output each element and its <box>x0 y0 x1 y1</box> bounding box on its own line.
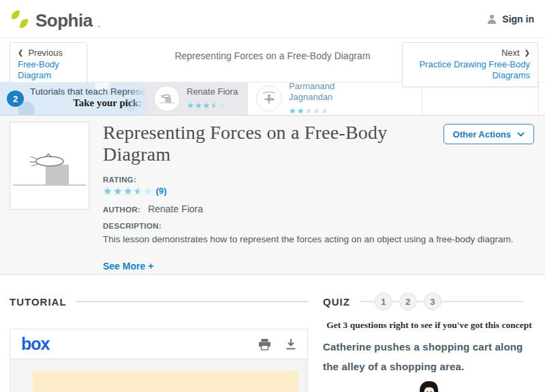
lesson-rating-stars: ★★★★★ ★★★★★ <box>103 186 154 196</box>
description-label: DESCRIPTION: <box>103 222 535 230</box>
tutorial-column: TUTORIAL box <box>10 293 308 392</box>
picker-tagline: Take your pick: <box>30 97 142 109</box>
next-lesson-title: Practice Drawing Free-Body Diagrams <box>410 59 530 82</box>
brand-mark: . <box>98 19 101 29</box>
quiz-step-1[interactable]: 1 <box>375 293 392 310</box>
lesson-description: This lesson demonstrates how to represen… <box>103 234 535 244</box>
quiz-tagline: Get 3 questions right to see if you've g… <box>323 320 535 331</box>
viewer-page-area <box>10 359 307 392</box>
tutorials-picker-bar: 2 Tutorials that teach Representin Take … <box>0 82 545 116</box>
rating-label: RATING: <box>103 176 535 184</box>
lower-content: TUTORIAL box <box>0 275 545 392</box>
sophia-logo-icon <box>10 9 30 29</box>
author-label: AUTHOR: <box>103 206 140 214</box>
picker-spacer <box>422 82 539 115</box>
download-icon[interactable] <box>285 338 296 350</box>
tutorial-count-badge: 2 <box>7 91 24 107</box>
lesson-title: Representing Forces on a Free-Body Diagr… <box>103 122 443 165</box>
user-icon <box>486 14 497 24</box>
quiz-step-2[interactable]: 2 <box>399 293 417 310</box>
other-actions-label: Other Actions <box>453 129 511 140</box>
lesson-author: Renate Fiora <box>148 203 203 214</box>
box-logo[interactable]: box <box>21 336 49 353</box>
see-more-link[interactable]: See More + <box>103 261 153 272</box>
author-avatar-diagram <box>256 86 282 112</box>
slide-content <box>33 371 298 392</box>
author-name: Renate Fiora <box>187 86 238 97</box>
picker-intro: 2 Tutorials that teach Representin Take … <box>0 82 146 115</box>
next-label: Next <box>501 48 520 58</box>
chevron-right-icon: ❯ <box>525 49 530 56</box>
catherine-illustration <box>323 380 535 392</box>
rating-count-link[interactable]: (9) <box>156 186 167 196</box>
lesson-thumbnail <box>10 122 89 210</box>
quiz-step-3[interactable]: 3 <box>424 293 441 310</box>
chevron-down-icon <box>517 132 525 137</box>
sign-in-label: Sign in <box>502 14 534 24</box>
sophia-logo[interactable]: Sophia . <box>10 9 100 29</box>
tutorial-divider <box>76 301 308 302</box>
author-card-renate-fiora[interactable]: Renate Fiora ★★★★★ ★★★★★ <box>146 82 248 115</box>
quiz-progress-track: 1 2 3 <box>360 293 535 310</box>
document-viewer: box <box>10 329 308 392</box>
lesson-nav: ❮ Previous Free-Body Diagram Representin… <box>0 38 545 82</box>
author-rating-stars: ★★★★★ ★★★★★ <box>289 107 329 115</box>
previous-lesson-title: Free-Body Diagram <box>18 59 79 82</box>
quiz-column: QUIZ 1 2 3 Get 3 questions right to see … <box>323 293 535 392</box>
next-lesson-button[interactable]: Next ❯ Practice Drawing Free-Body Diagra… <box>402 42 538 87</box>
quiz-heading: QUIZ <box>323 296 350 308</box>
picker-heading: Tutorials that teach Representin <box>30 86 142 97</box>
author-avatar-sketch <box>154 86 180 112</box>
print-icon[interactable] <box>258 338 271 350</box>
author-rating-stars: ★★★★★ ★★★★★ <box>187 101 227 110</box>
lesson-summary: Representing Forces on a Free-Body Diagr… <box>0 116 545 275</box>
brand-name: Sophia <box>35 12 93 29</box>
author-card-parmanand-jagnandan[interactable]: Parmanand Jagnandan ★★★★★ ★★★★★ <box>248 82 422 115</box>
other-actions-button[interactable]: Other Actions <box>443 124 534 144</box>
previous-lesson-button[interactable]: ❮ Previous Free-Body Diagram <box>10 42 87 87</box>
quiz-question: Catherine pushes a shopping cart along t… <box>323 337 535 377</box>
tutorial-heading: TUTORIAL <box>10 296 67 308</box>
sign-in-button[interactable]: Sign in <box>486 14 534 24</box>
author-name: Parmanand Jagnandan <box>289 81 352 102</box>
top-header: Sophia . Sign in <box>0 0 545 38</box>
